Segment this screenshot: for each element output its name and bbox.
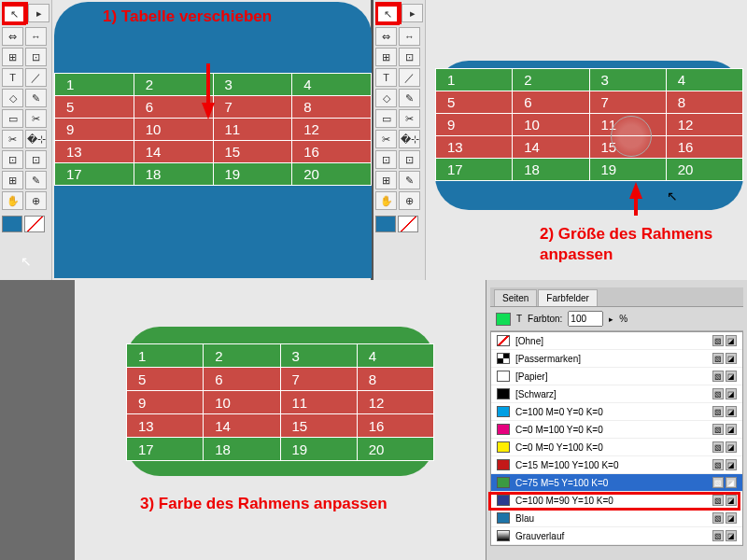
table-row[interactable]: 9101112 (127, 391, 434, 414)
table-cell[interactable]: 6 (513, 91, 589, 114)
tool-button[interactable]: ↔ (25, 27, 47, 46)
table-cell[interactable]: 1 (127, 344, 204, 368)
table-cell[interactable]: 20 (666, 159, 742, 181)
tool-button[interactable]: �⊹ (399, 130, 420, 148)
tool-button[interactable]: ✂ (375, 130, 397, 148)
swatch-row[interactable]: C=15 M=100 Y=100 K=0▧◪ (491, 456, 742, 474)
table-cell[interactable]: 16 (357, 414, 433, 438)
table-cell[interactable]: 14 (134, 141, 213, 163)
table-row[interactable]: 9101112 (55, 119, 372, 141)
rounded-frame-3[interactable]: 1234567891011121314151617181920 (126, 327, 434, 476)
table-cell[interactable]: 7 (280, 368, 357, 391)
tool-button[interactable]: ⊞ (375, 48, 397, 66)
table-cell[interactable]: 5 (436, 91, 513, 114)
tool-button[interactable]: ⊕ (25, 191, 47, 210)
swatch-row[interactable]: [Ohne]▧◪ (491, 332, 742, 350)
table-row[interactable]: 1234 (436, 69, 743, 91)
fill-indicator-icon[interactable] (496, 313, 511, 326)
table-cell[interactable]: 7 (213, 96, 292, 119)
table-row[interactable]: 5678 (127, 368, 434, 391)
table-row[interactable]: 1234 (127, 344, 434, 368)
rounded-frame-2[interactable]: 1234567891011121314151617181920 (435, 61, 743, 210)
tool-button[interactable]: ✎ (399, 171, 420, 189)
table-cell[interactable]: 3 (589, 69, 666, 91)
table-cell[interactable]: 4 (666, 69, 742, 91)
table-row[interactable]: 17181920 (436, 159, 743, 181)
tool-button[interactable]: ⊞ (2, 48, 23, 66)
table-cell[interactable]: 4 (292, 74, 372, 96)
table-cell[interactable]: 17 (127, 438, 204, 461)
table-row[interactable]: 1234 (55, 74, 372, 96)
swatch-row[interactable]: [Schwarz]▧◪ (491, 385, 742, 403)
table-cell[interactable]: 19 (280, 438, 357, 461)
table-cell[interactable]: 13 (55, 141, 134, 163)
table-cell[interactable]: 3 (213, 74, 292, 96)
tool-button[interactable]: ▸ (28, 4, 49, 22)
tool-button[interactable]: ／ (399, 68, 420, 87)
tool-button[interactable]: ⊞ (2, 171, 23, 189)
swatch-row[interactable]: Grauverlauf▧◪ (491, 527, 742, 545)
table-cell[interactable]: 15 (213, 141, 292, 163)
table-cell[interactable]: 8 (666, 91, 742, 114)
tool-button[interactable]: ⊞ (375, 171, 397, 189)
swatch-row[interactable]: [Passermarken]▧◪ (491, 350, 742, 368)
table-cell[interactable]: 12 (666, 114, 742, 136)
tool-button[interactable]: T (375, 68, 397, 87)
table-row[interactable]: 9101112 (436, 114, 743, 136)
table-cell[interactable]: 16 (666, 136, 742, 159)
canvas-2[interactable]: 1234567891011121314151617181920 ↖ 2) Grö… (426, 0, 747, 280)
table-row[interactable]: 5678 (436, 91, 743, 114)
table-cell[interactable]: 12 (357, 391, 433, 414)
tool-button[interactable]: ◇ (2, 89, 23, 107)
tool-button[interactable]: ✎ (25, 171, 47, 189)
table-cell[interactable]: 3 (280, 344, 357, 368)
table-cell[interactable]: 4 (357, 344, 433, 368)
tool-button[interactable]: ✎ (399, 89, 420, 107)
tool-button[interactable]: ✋ (2, 191, 23, 210)
tool-button[interactable]: ⇔ (2, 27, 23, 46)
tab-pages[interactable]: Seiten (494, 289, 537, 306)
tool-button[interactable]: ／ (25, 68, 47, 87)
table-cell[interactable]: 13 (127, 414, 204, 438)
data-table-3[interactable]: 1234567891011121314151617181920 (126, 343, 434, 461)
tool-button[interactable]: ⇔ (375, 27, 397, 46)
table-cell[interactable]: 2 (204, 344, 280, 368)
swatch-row[interactable]: C=75 M=5 Y=100 K=0▧◪ (491, 474, 742, 492)
table-cell[interactable]: 19 (589, 159, 666, 181)
table-cell[interactable]: 16 (292, 141, 372, 163)
data-table-1[interactable]: 1234567891011121314151617181920 (54, 73, 372, 186)
fill-swatch[interactable] (2, 216, 22, 232)
table-cell[interactable]: 9 (127, 391, 204, 414)
data-table-2[interactable]: 1234567891011121314151617181920 (435, 68, 743, 181)
tool-button[interactable]: ◇ (375, 89, 397, 107)
table-cell[interactable]: 20 (357, 438, 433, 461)
table-cell[interactable]: 5 (55, 96, 134, 119)
table-cell[interactable]: 7 (589, 91, 666, 114)
tool-button[interactable]: �⊹ (25, 130, 47, 148)
table-cell[interactable]: 12 (292, 119, 372, 141)
table-cell[interactable]: 8 (292, 96, 372, 119)
dropdown-icon[interactable]: ▸ (609, 315, 613, 324)
table-cell[interactable]: 10 (204, 391, 280, 414)
table-cell[interactable]: 5 (127, 368, 204, 391)
swatch-row[interactable]: C=0 M=100 Y=0 K=0▧◪ (491, 421, 742, 439)
table-cell[interactable]: 18 (204, 438, 280, 461)
table-cell[interactable]: 1 (55, 74, 134, 96)
table-cell[interactable]: 17 (436, 159, 513, 181)
tool-button[interactable]: ⊡ (2, 150, 23, 169)
tool-button[interactable]: ✂ (25, 109, 47, 128)
table-cell[interactable]: 11 (213, 119, 292, 141)
table-cell[interactable]: 13 (436, 136, 513, 159)
table-cell[interactable]: 2 (134, 74, 213, 96)
table-cell[interactable]: 15 (280, 414, 357, 438)
table-cell[interactable]: 18 (513, 159, 589, 181)
table-row[interactable]: 17181920 (127, 438, 434, 461)
table-row[interactable]: 13141516 (55, 141, 372, 163)
table-cell[interactable]: 11 (280, 391, 357, 414)
tool-button[interactable]: ⊡ (399, 48, 420, 66)
table-row[interactable]: 13141516 (127, 414, 434, 438)
tool-button[interactable]: ✂ (399, 109, 420, 128)
table-cell[interactable]: 19 (213, 163, 292, 186)
table-cell[interactable]: 14 (204, 414, 280, 438)
tool-button[interactable]: ▸ (402, 4, 423, 22)
